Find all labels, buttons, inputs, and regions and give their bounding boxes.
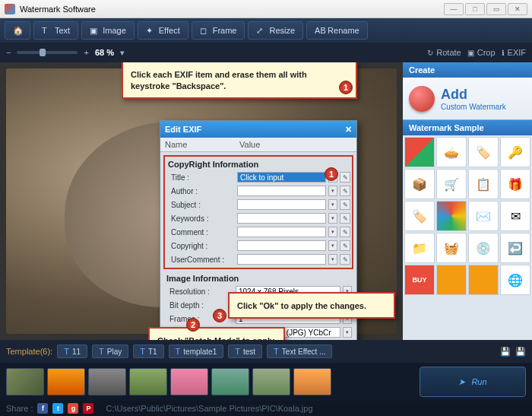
sample-item[interactable]: 🧺: [436, 233, 467, 263]
google-icon[interactable]: g: [68, 403, 78, 414]
pinterest-icon[interactable]: P: [83, 403, 93, 414]
template-item[interactable]: TT1: [133, 345, 163, 358]
thumbnail[interactable]: [211, 368, 249, 395]
crop-button[interactable]: ▣ Crop: [467, 48, 496, 57]
frame-button[interactable]: ◻Frame: [192, 21, 245, 40]
sample-item[interactable]: [436, 201, 467, 231]
dialog-titlebar[interactable]: Edit EXIF ✕: [160, 121, 356, 138]
exif-row: Comment :▾✎: [166, 225, 350, 239]
sample-item[interactable]: 🎁: [500, 169, 530, 199]
edit-icon[interactable]: ✎: [340, 240, 350, 251]
text-button[interactable]: TText: [33, 21, 78, 40]
zoom-slider[interactable]: [17, 51, 78, 54]
template-item[interactable]: Ttemplate1: [169, 345, 224, 358]
dialog-close-icon[interactable]: ✕: [345, 125, 352, 135]
exif-value[interactable]: Click to input: [237, 172, 326, 183]
sample-item[interactable]: [404, 137, 435, 167]
app-icon: [5, 4, 15, 14]
home-button[interactable]: 🏠: [5, 21, 30, 40]
exif-value[interactable]: [237, 240, 326, 251]
sample-item[interactable]: 📋: [468, 169, 499, 199]
thumbnail[interactable]: [170, 368, 208, 395]
dropdown-icon[interactable]: ▾: [343, 327, 352, 338]
thumbnail[interactable]: [129, 368, 167, 395]
run-button[interactable]: ➤Run: [420, 367, 526, 397]
facebook-icon[interactable]: f: [37, 403, 48, 414]
zoom-thumb[interactable]: [40, 49, 46, 56]
template-item[interactable]: TText Effect ...: [267, 345, 332, 358]
exif-value[interactable]: [237, 199, 326, 210]
sample-item[interactable]: 📦: [404, 169, 435, 199]
zoom-in-button[interactable]: +: [84, 48, 88, 57]
dropdown-icon[interactable]: ▾: [328, 199, 337, 210]
step1-badge: 1: [339, 81, 353, 94]
sample-item[interactable]: [468, 265, 499, 295]
sample-item[interactable]: 🌐: [500, 265, 530, 295]
edit-icon[interactable]: ✎: [340, 172, 350, 183]
thumbnail[interactable]: [88, 368, 126, 395]
exif-label: Resolution :: [165, 287, 233, 296]
maximize-button[interactable]: □: [465, 3, 485, 15]
thumbnail[interactable]: [293, 368, 331, 395]
resize-button[interactable]: ⤢Resize: [248, 21, 303, 40]
rotate-button[interactable]: ↻ Rotate: [427, 48, 461, 57]
thumbnail[interactable]: [252, 368, 290, 395]
edit-icon[interactable]: ✎: [340, 254, 350, 265]
save-template2-icon[interactable]: 💾: [515, 347, 526, 357]
maximize2-button[interactable]: ▭: [486, 3, 506, 15]
dropdown-icon[interactable]: ▾: [328, 213, 337, 224]
exif-button[interactable]: ℹ EXIF: [502, 48, 526, 57]
image-button[interactable]: ▣Image: [81, 21, 135, 40]
edit-icon[interactable]: ✎: [340, 227, 350, 237]
add-watermark-button[interactable]: Add Custom Watermark: [403, 78, 532, 120]
exif-value[interactable]: [237, 227, 326, 237]
exif-value[interactable]: [237, 254, 326, 265]
image-stage[interactable]: Click each EXIF item and erase them all …: [0, 62, 403, 340]
zoom-value: 68 %: [95, 48, 114, 57]
edit-icon[interactable]: ✎: [340, 213, 350, 224]
create-header: Create: [403, 62, 532, 78]
rename-button[interactable]: ABRename: [306, 21, 368, 40]
dropdown-icon[interactable]: ▾: [328, 186, 337, 196]
home-icon: 🏠: [13, 26, 22, 35]
step3-badge: 3: [213, 309, 226, 322]
sample-item[interactable]: BUY: [404, 265, 435, 295]
twitter-icon[interactable]: t: [52, 403, 63, 414]
sample-item[interactable]: [436, 265, 467, 295]
effect-button[interactable]: ✦Effect: [138, 21, 188, 40]
thumbnail[interactable]: [6, 368, 44, 395]
template-item[interactable]: TPlay: [92, 345, 128, 358]
edit-icon[interactable]: ✎: [340, 186, 350, 196]
exif-value[interactable]: [237, 213, 326, 224]
sample-item[interactable]: ↩️: [500, 233, 530, 263]
dropdown-icon[interactable]: ▾: [328, 254, 337, 265]
sample-item[interactable]: ✉: [500, 201, 530, 231]
zoom-dropdown[interactable]: ▾: [120, 48, 125, 58]
template-item[interactable]: Ttest: [228, 345, 262, 358]
sample-item[interactable]: 🥧: [436, 137, 467, 167]
sample-item[interactable]: 🔑: [500, 137, 530, 167]
resize-icon: ⤢: [256, 26, 265, 35]
sample-item[interactable]: 🏷️: [404, 201, 435, 231]
template-label: Template(6):: [6, 347, 52, 356]
sample-item[interactable]: 💿: [468, 233, 499, 263]
sample-item[interactable]: ✉️: [468, 201, 499, 231]
exif-value[interactable]: [237, 186, 326, 196]
step2-badge: 2: [186, 318, 200, 332]
sample-grid: 🥧 🏷️ 🔑 📦 🛒 📋 🎁 🏷️ ✉️ ✉ 📁 🧺 💿 ↩️ BUY 🌐: [403, 135, 532, 340]
sample-item[interactable]: 🛒: [436, 169, 467, 199]
dialog-title: Edit EXIF: [165, 125, 201, 134]
save-template-icon[interactable]: 💾: [500, 347, 511, 357]
dropdown-icon[interactable]: ▾: [328, 227, 337, 237]
template-item[interactable]: T11: [57, 345, 87, 358]
zoom-out-button[interactable]: −: [6, 48, 11, 57]
edit-icon[interactable]: ✎: [340, 199, 350, 210]
sample-item[interactable]: 🏷️: [468, 137, 499, 167]
dropdown-icon[interactable]: ▾: [328, 240, 337, 251]
thumbnail[interactable]: [47, 368, 85, 395]
copyright-group: CopyRight Information Title :Click to in…: [163, 155, 353, 269]
right-panel: Create Add Custom Watermark Watermark Sa…: [403, 62, 532, 340]
minimize-button[interactable]: —: [444, 3, 464, 15]
sample-item[interactable]: 📁: [404, 233, 435, 263]
close-button[interactable]: ✕: [508, 3, 527, 15]
